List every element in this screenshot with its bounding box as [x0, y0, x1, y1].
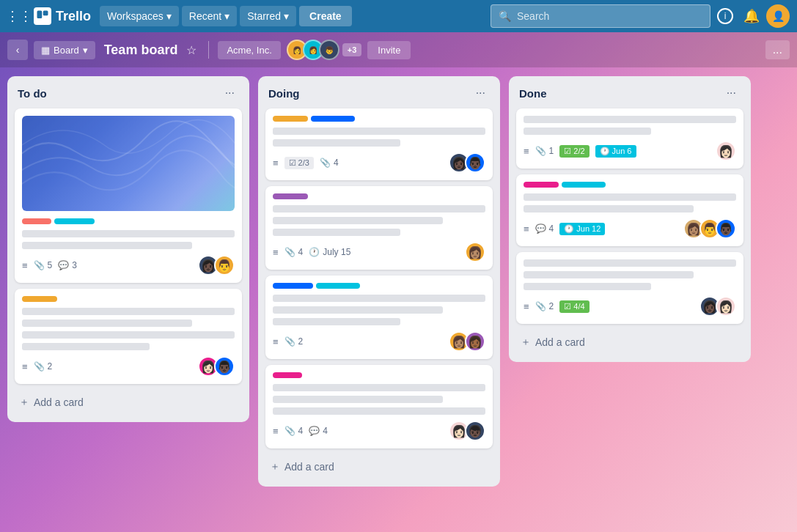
avatar-face: 👩🏾	[468, 335, 482, 349]
menu-icon: ≡	[273, 158, 279, 169]
card-line	[22, 230, 235, 237]
card-line	[524, 259, 736, 267]
column-menu-todo[interactable]: ···	[221, 85, 239, 101]
starred-button[interactable]: Starred ▾	[240, 6, 296, 26]
card-footer-done-1: ≡ 📎 1 ☑ 2/2 🕐 Jun 6 👩🏻	[524, 141, 736, 161]
card-footer-todo-2: ≡ 📎 2 👩🏻 👨🏿	[22, 356, 235, 377]
card-content-done-2	[524, 193, 736, 213]
workspace-chip[interactable]: Acme, Inc.	[218, 41, 280, 59]
card-line	[524, 271, 694, 278]
search-input[interactable]	[517, 10, 702, 22]
avatar-face: 👩🏻	[719, 300, 733, 314]
card-avatar-orange: 👨	[214, 255, 235, 276]
card-content-doing-2	[273, 205, 485, 236]
avatar-face-2: 👩	[309, 46, 317, 54]
paperclip-icon: 📎	[34, 260, 45, 270]
recent-button[interactable]: Recent ▾	[182, 6, 237, 26]
card-line	[273, 407, 485, 415]
board-view-button[interactable]: ▦ Board ▾	[34, 41, 95, 59]
label-teal	[562, 182, 606, 188]
card-avatar-blue: 👨🏿	[214, 356, 235, 377]
notifications-button[interactable]: 🔔	[740, 4, 763, 28]
plus-icon: ＋	[521, 336, 531, 349]
card-line	[22, 343, 150, 350]
board-view-icon: ▦	[41, 45, 50, 56]
starred-chevron-icon: ▾	[284, 10, 289, 22]
clock-icon: 🕐	[309, 247, 320, 257]
board-back-button[interactable]: ‹	[7, 40, 28, 60]
card-line	[22, 242, 192, 249]
workspaces-button[interactable]: Workspaces ▾	[100, 6, 179, 26]
board-view-label: Board	[54, 45, 79, 56]
card-labels-doing-1	[273, 116, 485, 122]
comment-icon: 💬	[58, 260, 69, 270]
plus-icon: ＋	[19, 396, 29, 409]
star-button[interactable]: ☆	[183, 40, 199, 60]
menu-icon: ≡	[273, 336, 279, 347]
card-todo-2[interactable]: ≡ 📎 2 👩🏻 👨🏿	[15, 289, 242, 384]
card-doing-3[interactable]: ≡ 📎 2 👩🏽 👩🏾	[265, 276, 493, 359]
add-card-label-doing: Add a card	[284, 461, 334, 473]
checklist-icon: ☑	[289, 158, 296, 168]
column-title-doing: Doing	[268, 87, 300, 100]
card-done-3[interactable]: ≡ 📎 2 ☑ 4/4 👩🏿 👩🏻	[516, 252, 743, 324]
column-header-todo: To do ···	[15, 84, 242, 103]
card-footer-doing-1: ≡ ☑ 2/3 📎 4 👩🏿 👨🏿	[273, 152, 485, 173]
card-done-1[interactable]: ≡ 📎 1 ☑ 2/2 🕐 Jun 6 👩🏻	[516, 108, 743, 169]
card-done-2[interactable]: ≡ 💬 4 🕐 Jun 12 👩🏽 👨	[516, 174, 743, 246]
search-bar[interactable]: 🔍	[491, 4, 710, 28]
card-line	[22, 331, 235, 339]
workspaces-chevron-icon: ▾	[166, 10, 172, 22]
card-cover	[22, 116, 235, 211]
avatar-face: 👩🏻	[452, 424, 466, 438]
add-card-button-doing[interactable]: ＋ Add a card	[265, 454, 493, 479]
column-menu-doing[interactable]: ···	[471, 85, 490, 101]
recent-label: Recent	[189, 10, 221, 22]
info-button[interactable]: i	[713, 4, 737, 28]
avatar-face: 👨	[217, 259, 232, 273]
avatar-face: 👩🏻	[719, 144, 733, 158]
due-date-badge: 🕐 Jun 6	[595, 145, 636, 158]
card-content-todo-1	[22, 230, 235, 249]
card-avatars-doing-2: 👩🏽	[465, 242, 485, 262]
column-menu-done[interactable]: ···	[722, 85, 741, 101]
grid-menu-button[interactable]: ⋮⋮	[7, 4, 31, 28]
menu-icon: ≡	[524, 146, 529, 157]
card-meta-attachment: 📎 1	[535, 146, 554, 156]
user-avatar[interactable]: 👤	[766, 4, 790, 28]
workspace-label: Acme, Inc.	[227, 45, 271, 56]
card-content-done-1	[524, 116, 736, 135]
card-doing-4[interactable]: ≡ 📎 4 💬 4 👩🏻 👦🏿	[265, 365, 493, 448]
card-footer-doing-4: ≡ 📎 4 💬 4 👩🏻 👦🏿	[273, 421, 485, 441]
card-doing-1[interactable]: ≡ ☑ 2/3 📎 4 👩🏿 👨🏿	[265, 108, 493, 180]
card-footer-doing-2: ≡ 📎 4 🕐 July 15 👩🏽	[273, 242, 485, 262]
checklist-count: 2/2	[573, 147, 584, 155]
avatar-count: +3	[342, 43, 362, 56]
card-todo-1[interactable]: ≡ 📎 5 💬 3 👩🏿 👨	[15, 108, 242, 283]
bell-icon: 🔔	[743, 8, 760, 24]
add-card-button-done[interactable]: ＋ Add a card	[516, 330, 743, 355]
card-doing-2[interactable]: ≡ 📎 4 🕐 July 15 👩🏽	[265, 186, 493, 270]
card-content-done-3	[524, 259, 736, 290]
more-button[interactable]: ...	[765, 40, 790, 59]
create-button[interactable]: Create	[299, 6, 352, 26]
top-nav: ⋮⋮ Trello Workspaces ▾ Recent ▾ Starred …	[0, 0, 797, 32]
invite-button[interactable]: Invite	[367, 41, 411, 59]
card-avatars-done-1: 👩🏻	[716, 141, 736, 161]
menu-icon: ≡	[273, 426, 279, 437]
menu-icon: ≡	[273, 247, 279, 258]
trello-logo[interactable]: Trello	[34, 7, 91, 25]
card-avatars-done-2: 👩🏽 👨 👨🏿	[683, 218, 736, 239]
member-avatar-3[interactable]: 👦	[319, 40, 339, 60]
avatar-face: 👦🏿	[468, 424, 482, 438]
label-magenta	[524, 182, 559, 188]
add-card-button-todo[interactable]: ＋ Add a card	[15, 390, 242, 415]
card-labels-doing-2	[273, 193, 485, 199]
column-title-done: Done	[519, 87, 547, 100]
attachment-count: 1	[549, 146, 554, 156]
label-blue	[311, 116, 355, 122]
menu-icon: ≡	[524, 301, 529, 312]
svg-rect-0	[37, 11, 43, 19]
info-icon: i	[717, 8, 733, 24]
card-avatar-blue: 👨🏿	[716, 218, 736, 239]
